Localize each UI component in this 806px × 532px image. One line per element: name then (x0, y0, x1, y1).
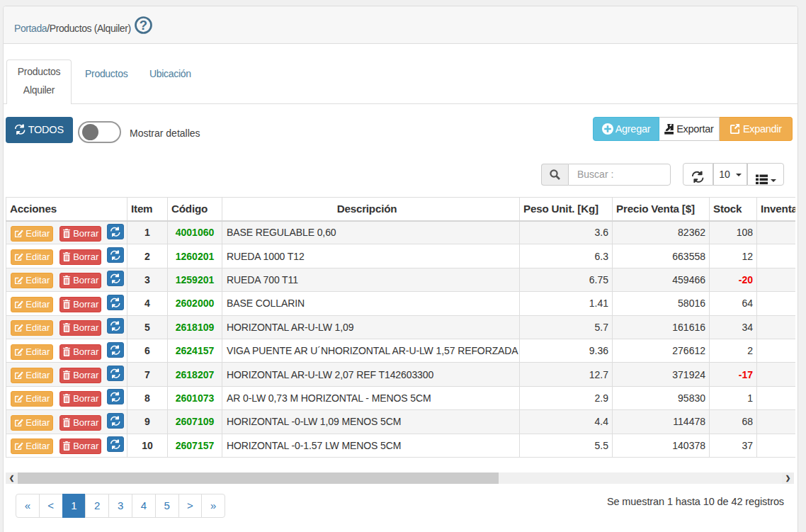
svg-text:?: ? (140, 18, 147, 33)
